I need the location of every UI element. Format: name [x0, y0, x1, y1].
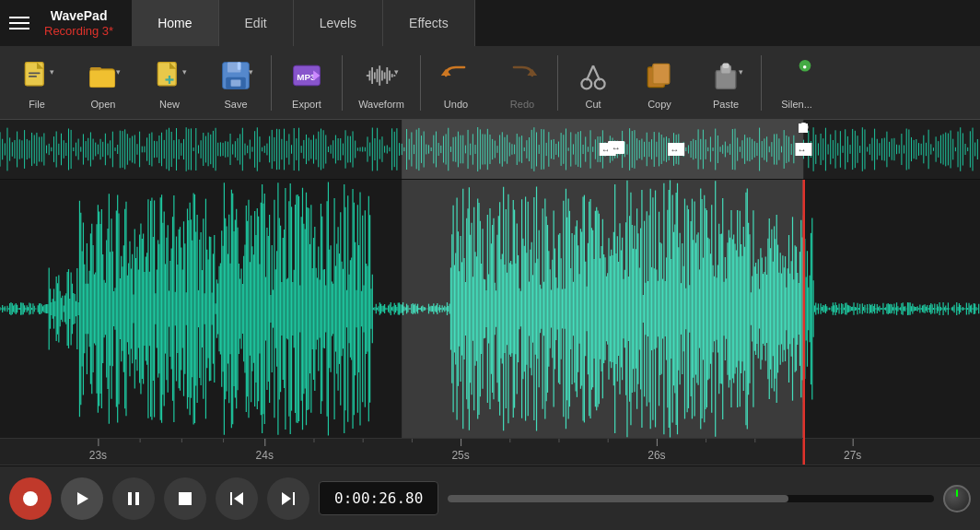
svg-rect-43	[128, 492, 132, 505]
record-button[interactable]	[9, 477, 52, 520]
cut-button[interactable]: Cut	[560, 49, 626, 117]
svg-marker-47	[234, 492, 243, 505]
export-button[interactable]: MP3 Export	[274, 49, 340, 117]
svg-rect-10	[238, 62, 241, 69]
export-label: Export	[292, 99, 321, 110]
divider-5	[761, 55, 762, 111]
recording-name: Recording 3*	[44, 24, 113, 39]
hamburger-menu[interactable]	[9, 17, 29, 29]
cut-icon	[574, 56, 612, 95]
waveform-icon: ▾	[362, 56, 401, 95]
svg-marker-42	[77, 492, 88, 505]
svg-line-33	[593, 65, 600, 80]
cut-label: Cut	[585, 99, 601, 110]
tab-edit[interactable]: Edit	[219, 0, 294, 46]
file-icon: ▾	[18, 56, 56, 95]
svg-rect-5	[158, 62, 176, 85]
new-label: New	[159, 99, 180, 110]
time-display: 0:00:26.80	[319, 481, 438, 515]
copy-icon	[640, 56, 679, 95]
svg-rect-4	[90, 67, 102, 71]
silence-icon: ●	[777, 56, 816, 95]
tab-levels[interactable]: Levels	[294, 0, 383, 46]
export-icon: MP3	[287, 56, 326, 95]
svg-rect-12	[231, 79, 241, 86]
svg-rect-2	[29, 76, 37, 77]
app-name: WavePad	[44, 8, 113, 24]
stop-button[interactable]	[164, 477, 206, 520]
redo-icon	[503, 56, 542, 95]
overview-playhead-dot	[799, 124, 808, 133]
silence-label: Silen...	[781, 99, 812, 110]
svg-text:●: ●	[802, 62, 807, 70]
save-label: Save	[224, 99, 247, 110]
overview-waveform[interactable]	[0, 120, 980, 180]
open-icon: ▾	[84, 56, 122, 95]
waveform-button[interactable]: ▾ Waveform	[344, 49, 418, 117]
copy-button[interactable]: Copy	[626, 49, 693, 117]
waveform-label: Waveform	[358, 99, 404, 110]
titlebar: WavePad Recording 3* Home Edit Levels Ef…	[0, 0, 980, 46]
overview-canvas	[0, 120, 980, 179]
ruler-canvas	[0, 439, 980, 465]
skip-back-button[interactable]	[216, 477, 258, 520]
tab-effects[interactable]: Effects	[383, 0, 475, 46]
timeline-ruler	[0, 438, 980, 465]
redo-button[interactable]: Redo	[489, 49, 555, 117]
svg-rect-45	[179, 492, 192, 505]
paste-button[interactable]: ▾ Paste	[693, 49, 759, 117]
svg-rect-48	[293, 492, 295, 505]
save-button[interactable]: ▾ Save	[203, 49, 269, 117]
marker-handle-right[interactable]	[608, 141, 624, 154]
main-waveform-canvas	[0, 180, 980, 438]
volume-knob[interactable]	[943, 485, 971, 512]
progress-bar[interactable]	[448, 495, 934, 502]
svg-rect-46	[230, 492, 232, 505]
undo-icon	[437, 56, 475, 95]
file-label: File	[29, 99, 45, 110]
file-button[interactable]: ▾ File	[4, 49, 70, 117]
undo-button[interactable]: Undo	[423, 49, 489, 117]
new-button[interactable]: ▾ New	[136, 49, 203, 117]
divider-4	[557, 55, 558, 111]
nav-tabs: Home Edit Levels Effects	[132, 0, 475, 46]
open-label: Open	[91, 99, 116, 110]
undo-label: Undo	[444, 99, 468, 110]
divider-3	[420, 55, 421, 111]
svg-text:MP3: MP3	[297, 72, 316, 82]
new-icon: ▾	[150, 56, 189, 95]
divider-1	[271, 55, 272, 111]
svg-rect-44	[135, 492, 139, 505]
ruler-playhead-marker	[799, 428, 810, 465]
svg-rect-35	[653, 64, 670, 84]
silence-button[interactable]: ● Silen...	[764, 49, 830, 117]
svg-rect-1	[29, 72, 41, 74]
tab-home[interactable]: Home	[132, 0, 218, 46]
transport-bar: 0:00:26.80	[0, 465, 980, 530]
play-button[interactable]	[61, 477, 103, 520]
toolbar: ▾ File ▾ Open ▾ New	[0, 46, 980, 120]
divider-2	[342, 55, 343, 111]
redo-label: Redo	[510, 99, 534, 110]
pause-button[interactable]	[112, 477, 155, 520]
save-icon: ▾	[216, 56, 255, 95]
svg-line-32	[587, 65, 593, 80]
copy-label: Copy	[648, 99, 671, 110]
skip-forward-button[interactable]	[267, 477, 309, 520]
svg-marker-49	[282, 492, 291, 505]
app-title: WavePad Recording 3*	[44, 8, 113, 38]
progress-fill	[448, 495, 788, 502]
svg-rect-38	[722, 63, 729, 67]
open-button[interactable]: ▾ Open	[70, 49, 136, 117]
paste-icon: ▾	[706, 56, 745, 95]
paste-label: Paste	[713, 99, 739, 110]
main-waveform[interactable]	[0, 180, 980, 438]
svg-point-41	[23, 491, 38, 506]
